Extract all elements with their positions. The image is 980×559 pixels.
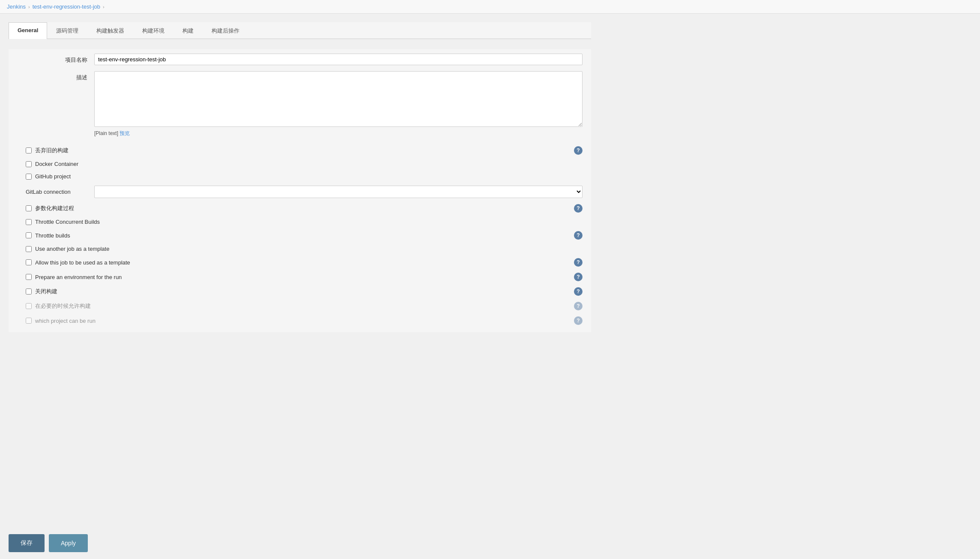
checkbox-use-template[interactable]: [26, 246, 32, 252]
help-icon-allow-build[interactable]: ?: [574, 302, 583, 310]
checkbox-parameterize[interactable]: [26, 205, 32, 211]
tab-bar: General 源码管理 构建触发器 构建环境 构建 构建后操作: [9, 22, 591, 39]
checkbox-label-prepare-env: Prepare an environment for the run: [35, 274, 571, 280]
checkbox-label-allow-template: Allow this job to be used as a template: [35, 259, 571, 266]
checkbox-label-throttle-concurrent: Throttle Concurrent Builds: [35, 219, 583, 225]
checkbox-label-allow-build: 在必要的时候允许构建: [35, 302, 571, 310]
checkbox-row-use-template: Use another job as a template: [17, 243, 583, 255]
tab-build[interactable]: 构建: [173, 22, 203, 39]
gitlab-connection-label: GitLab connection: [26, 189, 94, 195]
help-icon-throttle-builds[interactable]: ?: [574, 231, 583, 240]
checkbox-row-allow-template: Allow this job to be used as a template …: [17, 255, 583, 270]
checkbox-allow-template[interactable]: [26, 259, 32, 265]
help-icon-close-build[interactable]: ?: [574, 287, 583, 296]
help-icon-parameterize[interactable]: ?: [574, 204, 583, 213]
tab-post-build[interactable]: 构建后操作: [203, 22, 248, 39]
tab-source[interactable]: 源码管理: [47, 22, 87, 39]
breadcrumb-sep-2: ›: [103, 4, 105, 9]
project-name-label: 项目名称: [17, 54, 94, 64]
checkbox-row-discard: 丢弃旧的构建 ?: [17, 143, 583, 158]
gitlab-connection-select[interactable]: [94, 186, 583, 198]
breadcrumb-sep-1: ›: [28, 4, 30, 9]
tab-build-env[interactable]: 构建环境: [133, 22, 173, 39]
checkbox-row-allow-build: 在必要的时候允许构建 ?: [17, 299, 583, 313]
checkbox-close-build[interactable]: [26, 289, 32, 295]
checkbox-allow-build[interactable]: [26, 303, 32, 309]
description-textarea[interactable]: [94, 71, 583, 127]
tab-general[interactable]: General: [9, 22, 47, 39]
tab-build-triggers[interactable]: 构建触发器: [87, 22, 133, 39]
checkbox-row-prepare-env: Prepare an environment for the run ?: [17, 270, 583, 284]
checkbox-throttle-concurrent[interactable]: [26, 219, 32, 225]
checkbox-row-github: GitHub project: [17, 170, 583, 183]
checkbox-docker[interactable]: [26, 161, 32, 167]
checkbox-label-docker: Docker Container: [35, 161, 583, 167]
checkbox-discard[interactable]: [26, 147, 32, 153]
checkbox-row-parameterize: 参数化构建过程 ?: [17, 201, 583, 216]
plain-text-label: [Plain text]: [94, 130, 118, 136]
checkbox-label-use-template: Use another job as a template: [35, 246, 583, 252]
checkbox-row-which-project: which project can be run ?: [17, 313, 583, 328]
checkbox-prepare-env[interactable]: [26, 274, 32, 280]
checkbox-label-close-build: 关闭构建: [35, 288, 571, 295]
checkbox-label-github: GitHub project: [35, 173, 583, 180]
form-area: 项目名称 描述 [Plain text] 预览 丢弃旧的构建 ?: [9, 49, 591, 332]
checkbox-label-throttle-builds: Throttle builds: [35, 232, 571, 239]
checkbox-row-docker: Docker Container: [17, 158, 583, 170]
project-name-row: 项目名称: [9, 54, 591, 65]
checkbox-which-project[interactable]: [26, 318, 32, 324]
help-icon-allow-template[interactable]: ?: [574, 258, 583, 267]
help-icon-discard[interactable]: ?: [574, 146, 583, 155]
gitlab-connection-row: GitLab connection: [17, 183, 583, 201]
checkbox-throttle-builds[interactable]: [26, 232, 32, 238]
checkbox-row-throttle-concurrent: Throttle Concurrent Builds: [17, 216, 583, 228]
preview-link[interactable]: 预览: [120, 130, 130, 136]
breadcrumb-jenkins[interactable]: Jenkins: [7, 3, 26, 10]
main-content: General 源码管理 构建触发器 构建环境 构建 构建后操作 项目名称 描述…: [0, 14, 600, 349]
checkbox-section: 丢弃旧的构建 ? Docker Container GitHub project…: [9, 143, 591, 328]
breadcrumb-job[interactable]: test-env-regression-test-job: [33, 3, 100, 10]
help-icon-which-project[interactable]: ?: [574, 316, 583, 325]
checkbox-row-throttle-builds: Throttle builds ?: [17, 228, 583, 243]
checkbox-github[interactable]: [26, 174, 32, 180]
checkbox-label-which-project: which project can be run: [35, 318, 571, 324]
project-name-input[interactable]: [94, 54, 583, 65]
description-row: 描述 [Plain text] 预览: [9, 71, 591, 137]
help-icon-prepare-env[interactable]: ?: [574, 273, 583, 281]
checkbox-label-parameterize: 参数化构建过程: [35, 204, 571, 212]
checkbox-row-close-build: 关闭构建 ?: [17, 284, 583, 299]
project-name-control: [94, 54, 583, 65]
plain-text-hint: [Plain text] 预览: [94, 130, 583, 137]
breadcrumb: Jenkins › test-env-regression-test-job ›: [0, 0, 980, 14]
description-label: 描述: [17, 71, 94, 81]
checkbox-label-discard: 丢弃旧的构建: [35, 147, 571, 154]
description-control: [Plain text] 预览: [94, 71, 583, 137]
